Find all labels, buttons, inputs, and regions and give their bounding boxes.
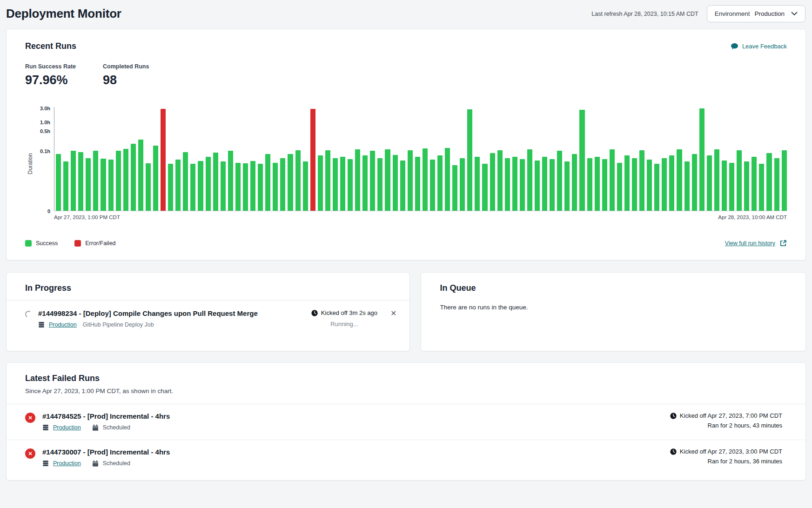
run-bar-success[interactable] (684, 161, 690, 211)
run-bar-success[interactable] (535, 160, 540, 211)
run-bar-success[interactable] (250, 161, 255, 211)
leave-feedback-button[interactable]: Leave Feedback (731, 43, 787, 50)
run-bar-success[interactable] (423, 148, 428, 211)
run-bar-success[interactable] (587, 158, 592, 211)
run-bar-success[interactable] (183, 152, 188, 211)
run-bar-success[interactable] (63, 161, 68, 211)
run-bar-success[interactable] (752, 157, 757, 211)
run-bar-success[interactable] (572, 154, 577, 211)
run-bar-success[interactable] (265, 154, 270, 211)
run-bar-success[interactable] (692, 154, 697, 211)
run-bar-success[interactable] (610, 149, 615, 211)
run-bar-success[interactable] (56, 154, 61, 211)
run-bar-success[interactable] (131, 144, 136, 211)
run-bar-success[interactable] (213, 153, 218, 211)
run-bar-success[interactable] (722, 160, 727, 211)
run-bar-success[interactable] (273, 163, 278, 211)
run-bar-success[interactable] (340, 157, 345, 211)
run-bar-success[interactable] (662, 158, 667, 211)
run-bar-success[interactable] (355, 149, 360, 211)
run-bar-success[interactable] (759, 164, 764, 211)
run-bar-success[interactable] (774, 158, 779, 211)
run-bar-success[interactable] (146, 163, 151, 211)
run-bar-success[interactable] (393, 155, 398, 211)
run-bar-success[interactable] (138, 140, 143, 211)
run-bar-success[interactable] (520, 159, 525, 211)
run-bar-success[interactable] (647, 160, 652, 211)
run-bar-success[interactable] (303, 161, 308, 211)
run-bar-success[interactable] (467, 109, 472, 211)
run-bar-success[interactable] (482, 164, 487, 211)
run-environment-link[interactable]: Production (53, 460, 81, 467)
run-bar-success[interactable] (78, 152, 83, 211)
run-bar-success[interactable] (101, 159, 106, 211)
run-bar-success[interactable] (782, 150, 787, 211)
run-bar-success[interactable] (699, 108, 705, 211)
run-bar-success[interactable] (557, 151, 562, 211)
run-bar-success[interactable] (198, 161, 203, 211)
run-bar-success[interactable] (542, 157, 547, 211)
run-bar-success[interactable] (288, 154, 293, 211)
run-environment-link[interactable]: Production (49, 321, 77, 328)
run-bar-success[interactable] (86, 158, 91, 211)
run-bar-success[interactable] (497, 150, 503, 211)
run-bar-success[interactable] (318, 155, 323, 211)
run-bar-success[interactable] (190, 164, 195, 211)
run-bar-success[interactable] (564, 161, 570, 211)
run-bar-success[interactable] (744, 161, 749, 211)
run-bar-success[interactable] (505, 158, 510, 211)
run-bar-success[interactable] (153, 146, 158, 211)
run-bar-success[interactable] (408, 150, 413, 211)
run-bar-success[interactable] (116, 151, 121, 211)
run-bar-success[interactable] (348, 159, 353, 211)
run-bar-success[interactable] (460, 158, 465, 211)
run-bar-success[interactable] (370, 151, 375, 211)
run-bar-success[interactable] (602, 159, 607, 211)
run-bar-success[interactable] (490, 153, 495, 211)
run-bar-success[interactable] (93, 151, 98, 211)
run-bar-success[interactable] (475, 157, 480, 211)
run-bar-success[interactable] (669, 155, 674, 211)
run-bar-success[interactable] (333, 158, 338, 211)
run-bar-success[interactable] (123, 149, 128, 211)
run-bar-success[interactable] (445, 148, 450, 211)
run-bar-success[interactable] (206, 157, 211, 211)
run-bar-success[interactable] (377, 158, 383, 211)
run-bar-success[interactable] (108, 160, 114, 211)
run-bar-success[interactable] (430, 160, 435, 211)
run-bar-success[interactable] (295, 150, 301, 211)
run-bar-success[interactable] (707, 155, 712, 211)
run-bar-success[interactable] (654, 164, 659, 211)
run-bar-success[interactable] (71, 151, 76, 211)
run-bar-success[interactable] (452, 165, 457, 211)
run-bar-success[interactable] (415, 157, 420, 211)
close-icon[interactable]: ✕ (390, 310, 396, 317)
run-bar-success[interactable] (437, 155, 443, 211)
run-bar-success[interactable] (228, 151, 233, 211)
run-bar-success[interactable] (595, 157, 600, 211)
run-bar-success[interactable] (400, 160, 405, 211)
run-bar-success[interactable] (235, 163, 241, 211)
run-bar-success[interactable] (243, 163, 248, 211)
run-bar-error[interactable] (310, 109, 315, 211)
view-full-run-history-link[interactable]: View full run history (725, 240, 787, 247)
run-bar-success[interactable] (512, 157, 517, 211)
run-bar-success[interactable] (550, 159, 555, 211)
run-bar-success[interactable] (714, 149, 719, 211)
run-bar-error[interactable] (161, 109, 166, 211)
run-bar-success[interactable] (258, 164, 263, 211)
run-bar-success[interactable] (766, 153, 772, 211)
run-bar-success[interactable] (579, 110, 584, 211)
run-bar-success[interactable] (729, 163, 734, 211)
run-bar-success[interactable] (221, 161, 226, 211)
run-bar-success[interactable] (175, 160, 181, 211)
run-bar-success[interactable] (677, 149, 682, 211)
run-bar-success[interactable] (624, 155, 630, 211)
run-environment-link[interactable]: Production (53, 424, 81, 431)
run-bar-success[interactable] (168, 164, 173, 211)
run-bar-success[interactable] (280, 158, 285, 211)
run-bar-success[interactable] (737, 150, 742, 211)
run-bar-success[interactable] (527, 149, 532, 211)
run-bar-success[interactable] (325, 150, 330, 211)
environment-dropdown[interactable]: Environment Production (707, 5, 805, 22)
